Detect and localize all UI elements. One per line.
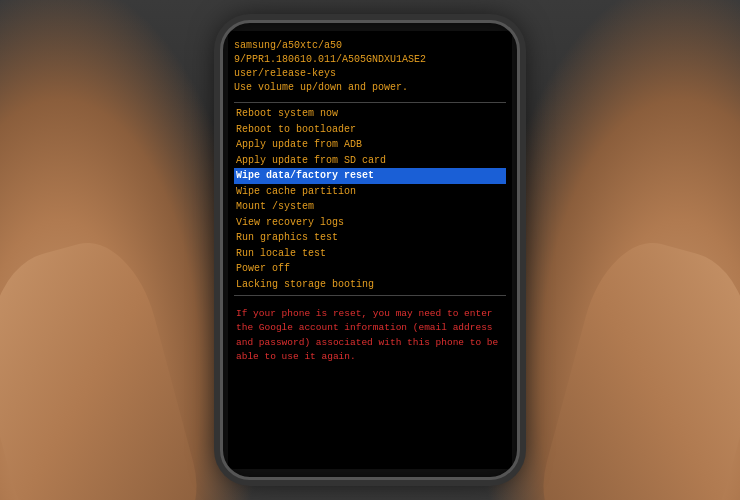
header-line-3: user/release-keys xyxy=(234,67,506,81)
divider-top xyxy=(234,102,506,103)
phone: samsung/a50xtc/a50 9/PPR1.180610.011/A50… xyxy=(220,20,520,480)
menu-item-11[interactable]: Lacking storage booting xyxy=(234,277,506,293)
menu-item-5[interactable]: Wipe cache partition xyxy=(234,184,506,200)
recovery-menu: Reboot system nowReboot to bootloaderApp… xyxy=(234,106,506,292)
menu-item-4[interactable]: Wipe data/factory reset xyxy=(234,168,506,184)
menu-item-0[interactable]: Reboot system now xyxy=(234,106,506,122)
header-section: samsung/a50xtc/a50 9/PPR1.180610.011/A50… xyxy=(234,39,506,95)
header-line-1: samsung/a50xtc/a50 xyxy=(234,39,506,53)
scene: samsung/a50xtc/a50 9/PPR1.180610.011/A50… xyxy=(0,0,740,500)
header-line-2: 9/PPR1.180610.011/A505GNDXU1ASE2 xyxy=(234,53,506,67)
bixby-button xyxy=(220,183,223,213)
warning-section: If your phone is reset, you may need to … xyxy=(234,305,506,366)
power-button xyxy=(517,123,520,163)
menu-item-7[interactable]: View recovery logs xyxy=(234,215,506,231)
menu-item-1[interactable]: Reboot to bootloader xyxy=(234,122,506,138)
volume-down-button xyxy=(220,143,223,173)
warning-text: If your phone is reset, you may need to … xyxy=(236,307,504,364)
menu-item-6[interactable]: Mount /system xyxy=(234,199,506,215)
menu-item-3[interactable]: Apply update from SD card xyxy=(234,153,506,169)
header-line-4: Use volume up/down and power. xyxy=(234,81,506,95)
menu-item-9[interactable]: Run locale test xyxy=(234,246,506,262)
menu-item-2[interactable]: Apply update from ADB xyxy=(234,137,506,153)
menu-item-8[interactable]: Run graphics test xyxy=(234,230,506,246)
divider-bottom xyxy=(234,295,506,296)
volume-up-button xyxy=(220,103,223,133)
menu-item-10[interactable]: Power off xyxy=(234,261,506,277)
phone-screen: samsung/a50xtc/a50 9/PPR1.180610.011/A50… xyxy=(228,31,512,469)
